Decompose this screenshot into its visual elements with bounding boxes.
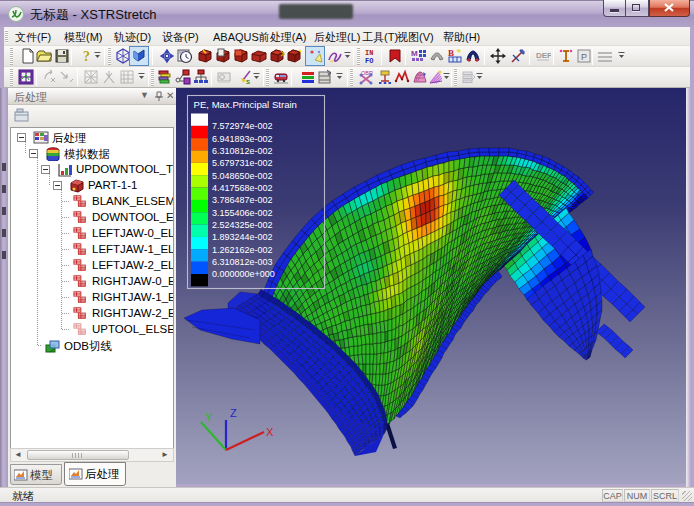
svg-text:1.893244e-002: 1.893244e-002 <box>212 232 273 242</box>
svg-text:PE, Max.Principal Strain: PE, Max.Principal Strain <box>194 99 297 110</box>
svg-text:X: X <box>266 426 274 438</box>
svg-text:6.310812e-003: 6.310812e-003 <box>212 257 273 267</box>
svg-text:5.048650e-002: 5.048650e-002 <box>212 171 273 181</box>
svg-text:1.262162e-002: 1.262162e-002 <box>212 245 273 255</box>
svg-text:DEF: DEF <box>536 51 551 60</box>
svg-text:7.572974e-002: 7.572974e-002 <box>212 121 273 131</box>
svg-text:5.679731e-002: 5.679731e-002 <box>212 158 273 168</box>
svg-text:FO: FO <box>365 57 373 64</box>
svg-text:?: ? <box>83 49 90 64</box>
svg-text:0.000000e+000: 0.000000e+000 <box>212 269 275 279</box>
svg-text:Z: Z <box>230 407 237 419</box>
svg-text:4.417568e-002: 4.417568e-002 <box>212 183 273 193</box>
svg-text:P: P <box>581 52 587 62</box>
svg-text:2.524325e-002: 2.524325e-002 <box>212 220 273 230</box>
svg-text:3.155406e-002: 3.155406e-002 <box>212 208 273 218</box>
svg-text:IN: IN <box>365 49 373 57</box>
svg-text:6.941893e-002: 6.941893e-002 <box>212 134 273 144</box>
svg-text:M: M <box>411 49 418 58</box>
svg-text:S: S <box>246 79 250 85</box>
svg-text:3.786487e-002: 3.786487e-002 <box>212 195 273 205</box>
svg-text:Y: Y <box>205 411 213 423</box>
svg-text:6.310812e-002: 6.310812e-002 <box>212 146 273 156</box>
